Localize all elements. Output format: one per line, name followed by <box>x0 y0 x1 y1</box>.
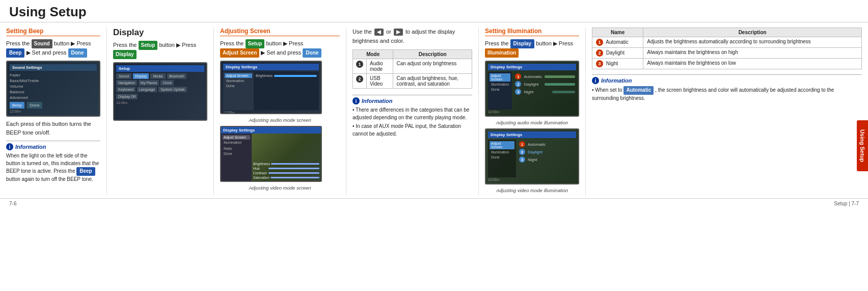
btn-display-1: Display <box>113 50 137 59</box>
col-header-desc: Description <box>393 50 472 59</box>
btn-right-arrow: ▶ <box>394 29 403 36</box>
col-name-desc: Name Description 1 Automatic Adjusts the… <box>586 28 868 195</box>
adj-video-caption: Adjusting video mode screen <box>220 185 340 191</box>
nd-header-desc: Description <box>643 28 862 37</box>
row1-mode: Audio mode <box>367 59 393 74</box>
beep-step1: Press the Sound button ▶ Press Beep ▶ Se… <box>6 39 100 58</box>
illum-video-caption: Adjusting video mode illumination <box>485 188 579 193</box>
info-icon-nd: i <box>592 77 599 84</box>
col-setting-beep: Setting Beep Press the Sound button ▶ Pr… <box>0 28 107 195</box>
row2-mode: USB Video <box>367 74 393 89</box>
nd-row2-desc: Always maintains the brightness on high <box>643 48 862 59</box>
btn-done-beep: Done <box>68 48 87 58</box>
table-row: 2 USB Video Can adjust brightness, hue, … <box>353 74 472 89</box>
btn-sound: Sound <box>32 39 52 48</box>
illum-step1: Press the Display button ▶ Press Illumin… <box>485 39 579 58</box>
col-display: Display Press the Setup button ▶ Press D… <box>107 28 214 195</box>
nd-row-1: 1 Automatic Adjusts the brightness autom… <box>592 37 862 48</box>
btn-left-arrow: ◀ <box>374 29 384 36</box>
adj-info-bullet2: • In case of AUX mode PAL input, the Sat… <box>352 123 472 138</box>
row1-desc: Can adjust only brightness <box>393 59 472 74</box>
col-illumination: Setting Illumination Press the Display b… <box>479 28 586 195</box>
display-step1: Press the Setup button ▶ Press Display <box>113 41 207 59</box>
btn-setup-display: Setup <box>139 41 158 50</box>
adjusting-table: Mode Description 1 Audio mode Can adjust… <box>352 49 472 89</box>
nd-row-2: 2 Daylight Always maintains the brightne… <box>592 48 862 59</box>
table-row: 1 Audio mode Can adjust only brightness <box>353 59 472 74</box>
row2-desc: Can adjust brightness, hue, contrast, an… <box>393 74 472 89</box>
page-footer: 7-6 Setup | 7-7 <box>0 198 868 208</box>
btn-display-illum: Display <box>510 39 535 48</box>
nd-info-box: i Information • When set to Automatic , … <box>592 74 862 102</box>
row1-num: 1 <box>353 59 367 74</box>
nd-header-name: Name <box>592 28 643 37</box>
beep-body: Each press of this button turns the BEEP… <box>6 120 100 137</box>
btn-illumination: Illumination <box>485 48 519 58</box>
adj-audio-caption: Adjusting audio mode screen <box>220 117 340 123</box>
heading-setting-beep: Setting Beep <box>6 28 100 36</box>
nd-row2-name: 2 Daylight <box>592 48 643 59</box>
illum-video-screen: Display Settings Adjust Screen Illuminat… <box>485 128 579 184</box>
display-screen: Setup Sound Display Media Bluetooth Navi… <box>113 62 207 121</box>
col-adjusting: Adjusting Screen Press the Setup button … <box>214 28 346 195</box>
beep-info-title: Information <box>15 144 46 150</box>
adj-info-title: Information <box>362 98 393 104</box>
beep-info-box: i Information When the light on the left… <box>6 141 100 183</box>
nd-row-3: 3 Night Always maintains the brightness … <box>592 59 862 69</box>
heading-adjusting: Adjusting Screen <box>220 28 340 36</box>
col-header-mode: Mode <box>353 50 393 59</box>
footer-right: Setup | 7-7 <box>834 201 859 206</box>
adj-info-bullet1: • There are differences in the categorie… <box>352 107 472 121</box>
footer-left: 7-6 <box>9 201 16 206</box>
page-title: Using Setup <box>0 0 868 22</box>
heading-display: Display <box>113 28 207 38</box>
adj-audio-screen: Display Settings Adjust Screen Illuminat… <box>220 61 322 114</box>
nd-row1-desc: Adjusts the brightness automatically acc… <box>643 37 862 48</box>
nd-row1-name: 1 Automatic <box>592 37 643 48</box>
info-icon-adj: i <box>352 97 360 104</box>
btn-adjust-screen: Adjust Screen <box>220 48 259 58</box>
row2-num: 2 <box>353 74 367 89</box>
col-use-arrows: Use the ◀ or ▶ to adjust the display bri… <box>346 28 479 195</box>
right-tab-using-setup: Using Setup <box>857 120 868 171</box>
beep-info-text: When the light on the left side of the b… <box>6 152 100 183</box>
adj-video-screen: Display Settings Adjust Screen Illuminat… <box>220 126 322 182</box>
btn-setup-adj: Setup <box>246 39 265 48</box>
btn-done-adj: Done <box>303 48 321 58</box>
illum-audio-caption: Adjusting audio mode illumination <box>485 120 579 125</box>
nd-info-text: • When set to Automatic , the screen bri… <box>592 86 862 102</box>
info-icon-beep: i <box>6 143 13 150</box>
nd-row3-name: 3 Night <box>592 59 643 69</box>
btn-beep-info: Beep <box>76 167 95 176</box>
nd-row3-desc: Always maintains the brightness on low <box>643 59 862 69</box>
btn-beep-1: Beep <box>6 48 24 58</box>
adjusting-info-box: i Information • There are differences in… <box>352 95 472 138</box>
nd-info-title: Information <box>601 77 632 84</box>
beep-screen: Sound Settings Fader Bass/Mid/Treble Vol… <box>6 61 100 117</box>
illum-audio-screen: Display Settings Adjust Screen Illuminat… <box>485 61 579 117</box>
heading-illumination: Setting Illumination <box>485 28 579 36</box>
badge-automatic: Automatic <box>623 86 654 95</box>
name-desc-table: Name Description 1 Automatic Adjusts the… <box>592 28 862 69</box>
adjusting-step1: Press the Setup button ▶ Press Adjust Sc… <box>220 39 340 58</box>
use-arrows-text: Use the ◀ or ▶ to adjust the display bri… <box>352 28 472 45</box>
